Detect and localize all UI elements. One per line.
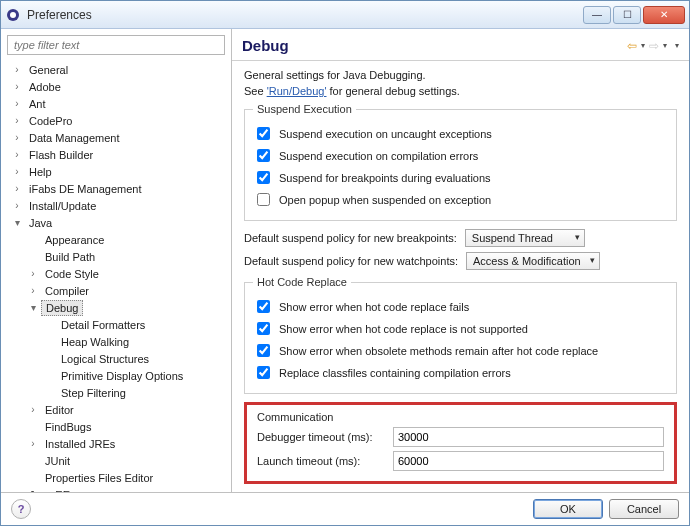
tree-item-compiler[interactable]: ›Compiler <box>7 282 231 299</box>
close-button[interactable]: ✕ <box>643 6 685 24</box>
tree-item-label: Build Path <box>41 250 99 264</box>
tree-item-code-style[interactable]: ›Code Style <box>7 265 231 282</box>
launch-timeout-row: Launch timeout (ms): <box>257 451 664 471</box>
tree-item-label: Properties Files Editor <box>41 471 157 485</box>
titlebar: Preferences — ☐ ✕ <box>1 1 689 29</box>
hcr-checkbox[interactable] <box>257 366 270 379</box>
debugger-timeout-row: Debugger timeout (ms): <box>257 427 664 447</box>
debugger-timeout-input[interactable] <box>393 427 664 447</box>
watchpoint-policy-row: Default suspend policy for new watchpoin… <box>244 252 677 270</box>
suspend-checkbox[interactable] <box>257 171 270 184</box>
tree-item-codepro[interactable]: ›CodePro <box>7 112 231 129</box>
tree-item-detail-formatters[interactable]: Detail Formatters <box>7 316 231 333</box>
tree-item-general[interactable]: ›General <box>7 61 231 78</box>
suspend-option: Suspend execution on compilation errors <box>253 146 668 165</box>
intro-text: General settings for Java Debugging. <box>244 69 677 81</box>
tree-item-label: Logical Structures <box>57 352 153 366</box>
suspend-checkbox[interactable] <box>257 149 270 162</box>
tree-item-data-management[interactable]: ›Data Management <box>7 129 231 146</box>
maximize-button[interactable]: ☐ <box>613 6 641 24</box>
tree-item-findbugs[interactable]: FindBugs <box>7 418 231 435</box>
tree-twisty-icon <box>27 455 39 467</box>
tree-item-label: Install/Update <box>25 199 100 213</box>
hcr-checkbox[interactable] <box>257 344 270 357</box>
tree-item-help[interactable]: ›Help <box>7 163 231 180</box>
tree-twisty-icon: › <box>11 166 23 178</box>
page-title: Debug <box>242 37 627 54</box>
suspend-label: Suspend for breakpoints during evaluatio… <box>279 172 491 184</box>
help-icon[interactable]: ? <box>11 499 31 519</box>
breakpoint-policy-label: Default suspend policy for new breakpoin… <box>244 232 457 244</box>
tree-twisty-icon <box>43 353 55 365</box>
tree-item-debug[interactable]: ▾Debug <box>7 299 231 316</box>
nav-forward-menu-icon[interactable]: ▾ <box>663 41 667 50</box>
nav-back-menu-icon[interactable]: ▾ <box>641 41 645 50</box>
tree-item-installed-jres[interactable]: ›Installed JREs <box>7 435 231 452</box>
tree-item-ifabs-de-management[interactable]: ›iFabs DE Management <box>7 180 231 197</box>
breakpoint-policy-select[interactable]: Suspend Thread <box>465 229 585 247</box>
debugger-timeout-label: Debugger timeout (ms): <box>257 431 383 443</box>
tree-item-install-update[interactable]: ›Install/Update <box>7 197 231 214</box>
ok-button[interactable]: OK <box>533 499 603 519</box>
tree-item-adobe[interactable]: ›Adobe <box>7 78 231 95</box>
tree-twisty-icon: › <box>11 149 23 161</box>
tree-item-appearance[interactable]: Appearance <box>7 231 231 248</box>
tree-twisty-icon: › <box>11 98 23 110</box>
tree-twisty-icon <box>27 472 39 484</box>
launch-timeout-label: Launch timeout (ms): <box>257 455 383 467</box>
tree-item-properties-files-editor[interactable]: Properties Files Editor <box>7 469 231 486</box>
tree-item-build-path[interactable]: Build Path <box>7 248 231 265</box>
suspend-checkbox[interactable] <box>257 193 270 206</box>
run-debug-link[interactable]: 'Run/Debug' <box>267 85 327 97</box>
tree-twisty-icon: › <box>27 404 39 416</box>
watchpoint-policy-select[interactable]: Access & Modification <box>466 252 600 270</box>
tree-item-label: Compiler <box>41 284 93 298</box>
cancel-button[interactable]: Cancel <box>609 499 679 519</box>
suspend-option: Open popup when suspended on exception <box>253 190 668 209</box>
window-controls: — ☐ ✕ <box>583 6 685 24</box>
tree-item-logical-structures[interactable]: Logical Structures <box>7 350 231 367</box>
hcr-checkbox[interactable] <box>257 300 270 313</box>
tree-twisty-icon <box>27 251 39 263</box>
hot-code-replace-legend: Hot Code Replace <box>253 276 351 288</box>
tree-twisty-icon <box>43 319 55 331</box>
hcr-option: Show error when hot code replace fails <box>253 297 668 316</box>
dialog-body: ›General›Adobe›Ant›CodePro›Data Manageme… <box>1 29 689 492</box>
hcr-option: Show error when hot code replace is not … <box>253 319 668 338</box>
nav-forward-icon[interactable]: ⇨ <box>649 39 659 53</box>
tree-item-label: Code Style <box>41 267 103 281</box>
tree-item-ant[interactable]: ›Ant <box>7 95 231 112</box>
hcr-checkbox[interactable] <box>257 322 270 335</box>
page-header: Debug ⇦ ▾ ⇨ ▾ ▾ <box>232 29 689 61</box>
tree-item-label: Heap Walking <box>57 335 133 349</box>
minimize-button[interactable]: — <box>583 6 611 24</box>
tree-twisty-icon <box>43 336 55 348</box>
tree-item-primitive-display-options[interactable]: Primitive Display Options <box>7 367 231 384</box>
tree-twisty-icon: › <box>27 285 39 297</box>
hot-code-replace-group: Hot Code Replace Show error when hot cod… <box>244 276 677 394</box>
tree-item-step-filtering[interactable]: Step Filtering <box>7 384 231 401</box>
launch-timeout-input[interactable] <box>393 451 664 471</box>
view-menu-icon[interactable]: ▾ <box>675 41 679 50</box>
watchpoint-policy-label: Default suspend policy for new watchpoin… <box>244 255 458 267</box>
tree-item-label: iFabs DE Management <box>25 182 146 196</box>
right-pane: Debug ⇦ ▾ ⇨ ▾ ▾ General settings for Jav… <box>232 29 689 492</box>
filter-container <box>1 29 231 59</box>
tree-twisty-icon: › <box>27 438 39 450</box>
nav-back-icon[interactable]: ⇦ <box>627 39 637 53</box>
tree-item-junit[interactable]: JUnit <box>7 452 231 469</box>
see-suffix: for general debug settings. <box>330 85 460 97</box>
tree-item-java[interactable]: ▾Java <box>7 214 231 231</box>
tree-item-editor[interactable]: ›Editor <box>7 401 231 418</box>
suspend-checkbox[interactable] <box>257 127 270 140</box>
tree-item-heap-walking[interactable]: Heap Walking <box>7 333 231 350</box>
hcr-label: Replace classfiles containing compilatio… <box>279 367 511 379</box>
see-prefix: See <box>244 85 267 97</box>
tree-twisty-icon: › <box>11 132 23 144</box>
filter-input[interactable] <box>7 35 225 55</box>
tree-twisty-icon: › <box>11 115 23 127</box>
tree-item-flash-builder[interactable]: ›Flash Builder <box>7 146 231 163</box>
preference-tree[interactable]: ›General›Adobe›Ant›CodePro›Data Manageme… <box>1 59 231 492</box>
left-pane: ›General›Adobe›Ant›CodePro›Data Manageme… <box>1 29 232 492</box>
hcr-label: Show error when hot code replace is not … <box>279 323 528 335</box>
